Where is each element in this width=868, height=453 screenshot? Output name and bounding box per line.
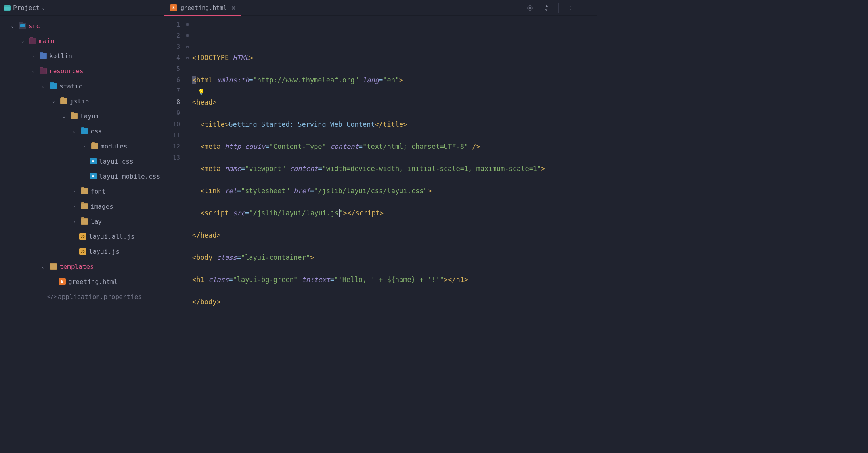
code-token: <!DOCTYPE: [192, 54, 233, 62]
line-number: 8: [164, 97, 180, 108]
code-token: "en": [383, 76, 399, 84]
folder-icon: [81, 203, 88, 209]
tree-label: main: [39, 37, 54, 45]
folder-icon: [71, 113, 78, 119]
code-token: lang: [363, 76, 379, 84]
more-icon[interactable]: [565, 2, 576, 13]
line-number: 6: [164, 74, 180, 86]
target-icon[interactable]: [524, 2, 535, 13]
svg-point-3: [570, 6, 571, 6]
html-file-icon: 5: [59, 278, 66, 285]
tab-greeting-html[interactable]: 5 greeting.html ×: [164, 1, 241, 16]
chevron-right-icon: ›: [83, 144, 89, 149]
chevron-down-icon: ⌄: [63, 114, 68, 119]
tree-node-css[interactable]: ⌄css: [0, 124, 164, 139]
tree-node-src[interactable]: ⌄src: [0, 18, 164, 33]
tree-node-app-properties[interactable]: </>application.properties: [0, 289, 164, 304]
tree-label: static: [59, 82, 82, 90]
tree-node-resources[interactable]: ⌄resources: [0, 63, 164, 78]
folder-icon: [40, 68, 47, 74]
project-icon: [4, 5, 11, 11]
code-token: >: [541, 165, 545, 173]
tree-node-main[interactable]: ⌄main: [0, 33, 164, 48]
chevron-down-icon: ⌄: [42, 264, 48, 269]
code-token: "Content-Type": [270, 143, 326, 150]
line-number: 10: [164, 119, 180, 130]
code-token: "text/html; charset=UTF-8": [363, 143, 468, 150]
editor[interactable]: 1 2 3 4 5 6 7 8 9 10 11 12 13 ⊟⊟⊟⊟ 💡 <!D…: [164, 16, 597, 312]
js-file-icon: JS: [79, 233, 86, 240]
collapse-icon[interactable]: [541, 2, 552, 13]
html5-icon: 5: [170, 4, 177, 11]
code-token: link: [205, 187, 221, 195]
folder-icon: [29, 38, 36, 44]
tree-node-images[interactable]: ›images: [0, 199, 164, 214]
code-token: "layui-container": [241, 253, 310, 261]
tree-node-kotlin[interactable]: ›kotlin: [0, 48, 164, 63]
code-token: =: [265, 143, 269, 150]
code-token: <: [200, 120, 204, 128]
code-token: >: [403, 120, 407, 128]
folder-icon: [60, 98, 67, 104]
tree-node-templates[interactable]: ⌄templates: [0, 259, 164, 274]
code-token: html: [196, 76, 212, 84]
code-token: =: [330, 276, 334, 284]
code-token: >: [310, 253, 314, 261]
tree-label: kotlin: [49, 52, 72, 60]
tree-node-font[interactable]: ›font: [0, 184, 164, 199]
line-number: 9: [164, 108, 180, 119]
code-token: rel: [225, 187, 237, 195]
project-dropdown[interactable]: Project ⌄: [0, 0, 49, 15]
chevron-right-icon: ›: [73, 204, 78, 209]
code-token: =: [379, 76, 383, 84]
minimize-icon[interactable]: [582, 2, 593, 13]
code-token: HTML: [233, 54, 249, 62]
tree-node-layui-js[interactable]: JSlayui.js: [0, 244, 164, 259]
code-area[interactable]: 💡 <!DOCTYPE HTML> <html xmlns:th="http:/…: [191, 16, 597, 312]
folder-icon: [19, 23, 26, 29]
chevron-down-icon: ⌄: [21, 38, 27, 44]
code-token: "/jslib/layui/: [249, 209, 306, 217]
tree-node-layui-mobile-css[interactable]: ≡layui.mobile.css: [0, 169, 164, 184]
folder-icon: [91, 143, 98, 149]
code-token: >: [399, 76, 403, 84]
tree-node-layui-all-js[interactable]: JSlayui.all.js: [0, 229, 164, 244]
close-icon[interactable]: ×: [230, 4, 235, 11]
code-token: <: [192, 76, 196, 84]
tree-label: layui.mobile.css: [99, 173, 160, 180]
tree-label: css: [90, 128, 102, 135]
tree-node-layui[interactable]: ⌄layui: [0, 108, 164, 124]
tab-bar: 5 greeting.html ×: [164, 0, 241, 16]
code-token: "'Hello, ' + ${name} + '!'": [334, 276, 444, 284]
code-token: http-equiv: [225, 143, 265, 150]
code-token: =: [318, 165, 322, 173]
tree-label: templates: [59, 263, 94, 270]
top-toolbar: Project ⌄ 5 greeting.html ×: [0, 0, 597, 16]
code-token: meta: [205, 143, 221, 150]
code-token: >: [464, 276, 468, 284]
code-token: =: [245, 209, 249, 217]
tree-node-greeting-html[interactable]: 5greeting.html: [0, 274, 164, 289]
tree-node-static[interactable]: ⌄static: [0, 78, 164, 93]
code-token: =: [359, 143, 363, 150]
code-token: name: [225, 165, 241, 173]
line-number: 12: [164, 141, 180, 152]
code-token: =: [249, 76, 253, 84]
tree-node-layui-css[interactable]: ≡layui.css: [0, 154, 164, 169]
code-token: class: [208, 276, 229, 284]
lightbulb-icon[interactable]: 💡: [198, 86, 205, 97]
tree-node-jslib[interactable]: ⌄jslib: [0, 93, 164, 108]
code-token: href: [294, 187, 310, 195]
chevron-down-icon: ⌄: [11, 23, 17, 29]
line-gutter: 1 2 3 4 5 6 7 8 9 10 11 12 13: [164, 16, 184, 312]
code-token: =: [237, 187, 241, 195]
code-token: =: [237, 253, 241, 261]
line-number: 5: [164, 63, 180, 74]
css-file-icon: ≡: [90, 158, 97, 164]
tree-node-modules[interactable]: ›modules: [0, 139, 164, 154]
svg-point-2: [530, 8, 530, 8]
chevron-down-icon: ⌄: [52, 99, 58, 104]
config-file-icon: </>: [48, 293, 55, 300]
tree-label: greeting.html: [68, 278, 118, 286]
tree-node-lay[interactable]: ›lay: [0, 214, 164, 229]
